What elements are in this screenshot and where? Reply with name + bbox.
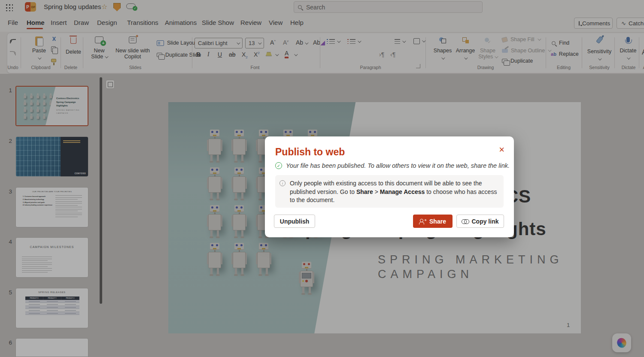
access-info-text: Only people with existing access to this… bbox=[290, 179, 498, 205]
access-info-box: i Only people with existing access to th… bbox=[275, 175, 504, 208]
link-icon bbox=[462, 219, 468, 224]
publish-success-message: ✓ Your file has been published. To allow… bbox=[275, 162, 510, 169]
share-button[interactable]: Share bbox=[413, 215, 453, 228]
info-icon: i bbox=[279, 180, 286, 186]
unpublish-button[interactable]: Unpublish bbox=[274, 215, 315, 228]
copy-link-button[interactable]: Copy link bbox=[456, 215, 504, 228]
publish-to-web-dialog: Publish to web × ✓ Your file has been pu… bbox=[265, 136, 514, 237]
check-circle-icon: ✓ bbox=[275, 162, 282, 169]
share-people-icon bbox=[419, 219, 426, 224]
close-icon[interactable]: × bbox=[499, 145, 504, 154]
dialog-title: Publish to web bbox=[275, 146, 345, 158]
